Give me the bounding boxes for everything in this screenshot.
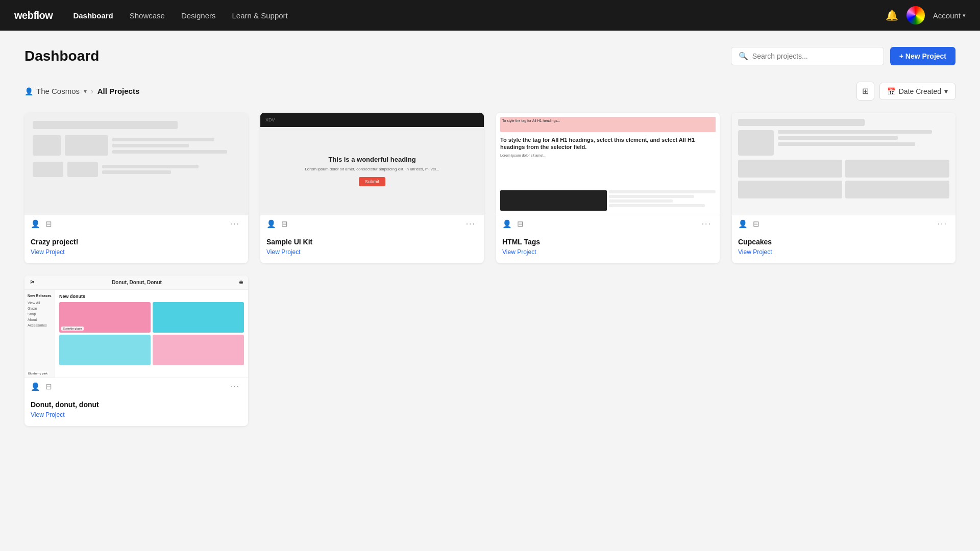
thumb-flag-icon: 🏳 [30, 280, 35, 285]
thumb-sidebar-item: View All [28, 301, 52, 305]
breadcrumb-current: All Projects [97, 87, 140, 95]
sample-body-text: Lorem ipsum dolor sit amet, consectetur … [305, 166, 439, 172]
duplicate-icon[interactable]: ⊟ [753, 219, 760, 229]
search-box: 🔍 [731, 47, 884, 65]
header-row: Dashboard 🔍 + New Project [24, 47, 955, 65]
thumb-grid: Sprinkle glaze Blueberry pink [59, 302, 244, 365]
card-footer-icons: 👤 ⊟ [502, 219, 524, 229]
thumb-bar-text: XDV [265, 117, 275, 122]
user-icon[interactable]: 👤 [502, 219, 512, 229]
project-link[interactable]: View Project [738, 248, 772, 256]
project-info: Cupcakes View Project [732, 233, 955, 263]
chevron-down-icon: ▾ [963, 12, 966, 19]
project-info: Donut, donut, donut View Project [24, 395, 248, 426]
logo: webflow [14, 10, 53, 21]
thumb-box [67, 162, 98, 177]
card-more-button[interactable]: ··· [700, 219, 714, 229]
duplicate-icon[interactable]: ⊟ [45, 382, 52, 391]
project-card-crazy-project[interactable]: 👤 ⊟ ··· Crazy project! View Project [24, 113, 248, 263]
project-thumbnail-cupcakes [732, 113, 955, 215]
card-footer: 👤 ⊟ ··· [732, 215, 955, 233]
search-input[interactable] [752, 52, 876, 60]
project-thumbnail-sample: XDV This is a wonderful heading Lorem ip… [260, 113, 484, 215]
sample-cta-button[interactable]: Submit [359, 177, 385, 186]
view-toggle-button[interactable]: ⊞ [856, 82, 874, 101]
project-card-html-tags[interactable]: To style the tag for All H1 headings... … [496, 113, 720, 263]
thumb-grid-item-lblue: Blueberry pink [59, 335, 151, 365]
filter-right: ⊞ 📅 Date Created ▾ [856, 82, 955, 101]
project-name: Crazy project! [31, 238, 242, 246]
thumb-sidebar-item: Glaze [28, 307, 52, 310]
thumb-bar [33, 121, 178, 129]
header-actions: 🔍 + New Project [731, 47, 955, 65]
new-project-button[interactable]: + New Project [890, 47, 955, 65]
thumb-lines [778, 130, 949, 156]
thumb-top-label: Donut, Donut, Donut [112, 280, 162, 285]
thumb-sidebar: New Releases View All Glaze Shop About A… [24, 290, 55, 378]
card-footer: 👤 ⊟ ··· [24, 215, 248, 233]
user-icon[interactable]: 👤 [266, 219, 276, 229]
card-footer: 👤 ⊟ ··· [496, 215, 720, 233]
sort-button[interactable]: 📅 Date Created ▾ [879, 83, 955, 100]
grid-view-icon: ⊞ [862, 87, 869, 95]
user-icon[interactable]: 👤 [31, 219, 40, 229]
thumb-grid-item [845, 160, 949, 178]
thumb-html-bottom [500, 190, 716, 211]
nav-learn-support[interactable]: Learn & Support [232, 11, 288, 20]
sort-label: Date Created [899, 87, 941, 95]
card-more-button[interactable]: ··· [228, 219, 242, 229]
duplicate-icon[interactable]: ⊟ [281, 219, 288, 229]
thumb-box [65, 135, 108, 156]
thumb-grid-item-blue [153, 302, 244, 333]
thumb-subtitle: New donuts [59, 294, 244, 299]
projects-grid-row2: 🏳 Donut, Donut, Donut ⊕ New Releases Vie… [24, 276, 955, 426]
page-title: Dashboard [24, 48, 99, 64]
duplicate-icon[interactable]: ⊟ [517, 219, 524, 229]
project-card-cupcakes[interactable]: 👤 ⊟ ··· Cupcakes View Project [732, 113, 955, 263]
thumb-dark-box [500, 190, 607, 211]
sample-heading: This is a wonderful heading [328, 156, 415, 163]
project-card-sample-ui-kit[interactable]: XDV This is a wonderful heading Lorem ip… [260, 113, 484, 263]
card-more-button[interactable]: ··· [936, 219, 949, 229]
thumb-row [738, 130, 949, 156]
thumb-lines [102, 162, 240, 177]
project-link[interactable]: View Project [266, 248, 300, 256]
thumb-pink-bar: To style the tag for All H1 headings... [500, 117, 716, 132]
account-menu[interactable]: Account ▾ [933, 11, 966, 20]
thumb-grid-item [738, 181, 842, 198]
project-thumbnail-crazy [24, 113, 248, 215]
card-more-button[interactable]: ··· [464, 219, 478, 229]
sort-icon: 📅 [887, 87, 896, 95]
notification-bell-icon[interactable]: 🔔 [886, 9, 898, 21]
duplicate-icon[interactable]: ⊟ [45, 219, 52, 229]
project-link[interactable]: View Project [502, 248, 536, 256]
main-content: Dashboard 🔍 + New Project 👤 The Cosmos ▾… [0, 31, 980, 442]
workspace-selector[interactable]: 👤 The Cosmos ▾ [24, 87, 87, 95]
thumb-grid-item-lpink [153, 335, 244, 365]
card-footer-icons: 👤 ⊟ [31, 382, 52, 391]
project-link[interactable]: View Project [31, 411, 64, 418]
card-footer-icons: 👤 ⊟ [31, 219, 52, 229]
user-icon[interactable]: 👤 [31, 382, 40, 391]
thumb-box [33, 135, 61, 156]
user-icon[interactable]: 👤 [738, 219, 748, 229]
thumb-html-text: Lorem ipsum dolor sit amet... [500, 153, 716, 158]
nav-showcase[interactable]: Showcase [130, 11, 165, 20]
project-link[interactable]: View Project [31, 248, 64, 256]
avatar[interactable] [906, 6, 925, 24]
project-info: HTML Tags View Project [496, 233, 720, 263]
nav-dashboard[interactable]: Dashboard [73, 11, 113, 20]
workspace-dropdown-icon: ▾ [84, 88, 87, 95]
thumb-img-box [738, 130, 774, 156]
thumb-html-heading: To style the tag for All H1 headings, se… [500, 136, 716, 151]
card-footer-icons: 👤 ⊟ [738, 219, 760, 229]
thumb-sidebar-item: Shop [28, 312, 52, 316]
user-icon: 👤 [24, 87, 33, 95]
card-more-button[interactable]: ··· [228, 382, 242, 391]
thumb-grid-item [738, 160, 842, 178]
project-card-donut[interactable]: 🏳 Donut, Donut, Donut ⊕ New Releases Vie… [24, 276, 248, 426]
project-name: Sample UI Kit [266, 238, 478, 246]
breadcrumb-arrow-icon: › [91, 87, 93, 95]
sort-chevron-icon: ▾ [944, 87, 948, 95]
nav-designers[interactable]: Designers [181, 11, 216, 20]
